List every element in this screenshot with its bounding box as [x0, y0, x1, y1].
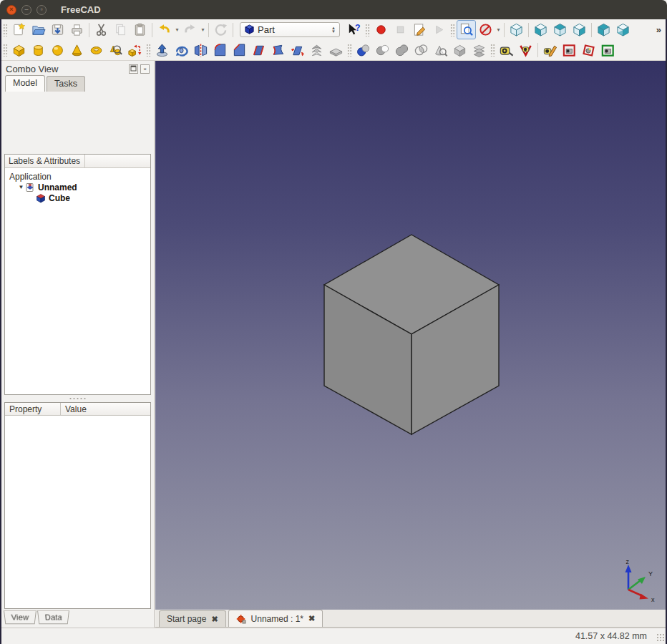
- toolbar-grip[interactable]: [490, 44, 495, 57]
- draw-style-dropdown-arrow[interactable]: ▾: [495, 26, 502, 33]
- make-face-button[interactable]: [249, 41, 268, 60]
- tab-data[interactable]: Data: [37, 610, 69, 624]
- measure-linear-button[interactable]: [497, 41, 516, 60]
- 3d-viewport[interactable]: z Y x: [155, 61, 666, 610]
- cylinder-button[interactable]: [29, 41, 48, 60]
- open-document-button[interactable]: [29, 20, 48, 39]
- macro-edit-button[interactable]: [410, 20, 429, 39]
- torus-button[interactable]: [87, 41, 106, 60]
- revolve-button[interactable]: [172, 41, 191, 60]
- whats-this-button[interactable]: ?: [344, 20, 364, 39]
- cube-3d-object[interactable]: [324, 235, 499, 434]
- cone-button[interactable]: [67, 41, 87, 60]
- toolbar-grip[interactable]: [365, 24, 370, 36]
- undo-dropdown-arrow[interactable]: ▾: [174, 26, 180, 33]
- toolbar-separator: [233, 23, 233, 37]
- loft-button[interactable]: [288, 41, 307, 60]
- measure-refresh-button[interactable]: [540, 41, 560, 60]
- save-document-button[interactable]: [48, 20, 67, 39]
- maximize-window-button[interactable]: ▫: [36, 5, 47, 15]
- measure-angular-button[interactable]: [516, 41, 535, 60]
- tree-item-application[interactable]: Application: [6, 171, 149, 182]
- boolean-intersection-button[interactable]: [412, 41, 431, 60]
- tab-model[interactable]: Model: [5, 75, 45, 92]
- toolbar-grip[interactable]: [3, 24, 8, 36]
- refresh-button[interactable]: [211, 20, 230, 39]
- right-view-button[interactable]: [570, 20, 589, 39]
- front-view-button[interactable]: [531, 20, 550, 39]
- property-column-header[interactable]: Property: [5, 403, 61, 415]
- tab-unnamed-document[interactable]: Unnamed : 1* ✖: [228, 610, 323, 627]
- float-panel-button[interactable]: [129, 64, 138, 74]
- combo-view-tabs: Model Tasks: [1, 75, 154, 92]
- ruled-surface-button[interactable]: [268, 41, 288, 60]
- toggle-3d-measurements-button[interactable]: [579, 41, 598, 60]
- cross-section-button[interactable]: [326, 41, 346, 60]
- toggle-delta-measurements-button[interactable]: [598, 41, 618, 60]
- close-tab-icon[interactable]: ✖: [211, 615, 218, 624]
- cross-sections-button[interactable]: [469, 41, 489, 60]
- tree-item-document[interactable]: ▼ Unnamed: [6, 182, 149, 192]
- rear-view-button[interactable]: [594, 20, 613, 39]
- value-column-header[interactable]: Value: [61, 403, 150, 415]
- titlebar[interactable]: × – ▫ FreeCAD: [0, 0, 667, 19]
- close-tab-icon[interactable]: ✖: [308, 614, 315, 623]
- tab-tasks[interactable]: Tasks: [47, 76, 85, 92]
- fit-all-button[interactable]: [457, 20, 476, 39]
- check-geometry-button[interactable]: [431, 41, 450, 60]
- toolbar-grip[interactable]: [146, 44, 151, 57]
- fillet-button[interactable]: [210, 41, 230, 60]
- freecad-file-icon: [236, 614, 246, 624]
- tree-item-cube[interactable]: Cube: [6, 192, 149, 203]
- axonometric-view-button[interactable]: [507, 20, 526, 39]
- y-axis-label: Y: [648, 570, 653, 577]
- print-button[interactable]: [67, 20, 87, 39]
- float-icon: [130, 65, 137, 72]
- close-panel-button[interactable]: ×: [140, 64, 150, 74]
- toggle-all-measurements-button[interactable]: [560, 41, 579, 60]
- workbench-selector[interactable]: Part ▲▼: [240, 22, 340, 37]
- combo-view-title: Combo View: [6, 64, 58, 74]
- new-document-button[interactable]: [9, 20, 29, 39]
- macro-play-button[interactable]: [429, 20, 449, 39]
- panel-splitter[interactable]: [4, 395, 151, 402]
- draw-style-button[interactable]: [476, 20, 495, 39]
- top-view-button[interactable]: [550, 20, 570, 39]
- toolbar-grip[interactable]: [3, 44, 8, 57]
- mirror-button[interactable]: [191, 41, 210, 60]
- toolbar-separator: [89, 23, 89, 37]
- expander-icon[interactable]: ▼: [17, 184, 25, 190]
- sphere-button[interactable]: [48, 41, 67, 60]
- extrude-button[interactable]: [152, 41, 172, 60]
- svg-text:?: ?: [355, 23, 361, 33]
- combo-view-titlebar[interactable]: Combo View ×: [1, 61, 154, 75]
- macro-stop-button[interactable]: [391, 20, 410, 39]
- shape-builder-button[interactable]: [125, 41, 145, 60]
- minimize-window-button[interactable]: –: [21, 5, 31, 15]
- boolean-union-button[interactable]: [392, 41, 412, 60]
- undo-button[interactable]: [155, 20, 174, 39]
- boolean-cut-button[interactable]: [373, 41, 392, 60]
- create-primitives-button[interactable]: [106, 41, 125, 60]
- toolbar-grip[interactable]: [347, 44, 352, 57]
- chamfer-button[interactable]: [230, 41, 249, 60]
- close-window-button[interactable]: ×: [6, 5, 16, 15]
- sweep-button[interactable]: [307, 41, 326, 60]
- resize-grip[interactable]: [656, 633, 665, 642]
- defeaturing-button[interactable]: [450, 41, 469, 60]
- copy-button[interactable]: [111, 20, 130, 39]
- tab-start-page[interactable]: Start page ✖: [159, 610, 226, 627]
- toolbar-overflow-button[interactable]: »: [656, 24, 661, 35]
- boolean-button[interactable]: [354, 41, 373, 60]
- workbench-selector-spinner[interactable]: ▲▼: [331, 26, 336, 34]
- tab-view[interactable]: View: [4, 610, 36, 624]
- macro-record-button[interactable]: [371, 20, 391, 39]
- bottom-view-button[interactable]: [613, 20, 633, 39]
- box-button[interactable]: [9, 41, 29, 60]
- redo-button[interactable]: [180, 20, 200, 39]
- toolbar-grip[interactable]: [450, 24, 455, 36]
- paste-button[interactable]: [130, 20, 150, 39]
- redo-dropdown-arrow[interactable]: ▾: [200, 26, 206, 33]
- tree-header-labels-attributes[interactable]: Labels & Attributes: [5, 155, 85, 167]
- cut-button[interactable]: [92, 20, 111, 39]
